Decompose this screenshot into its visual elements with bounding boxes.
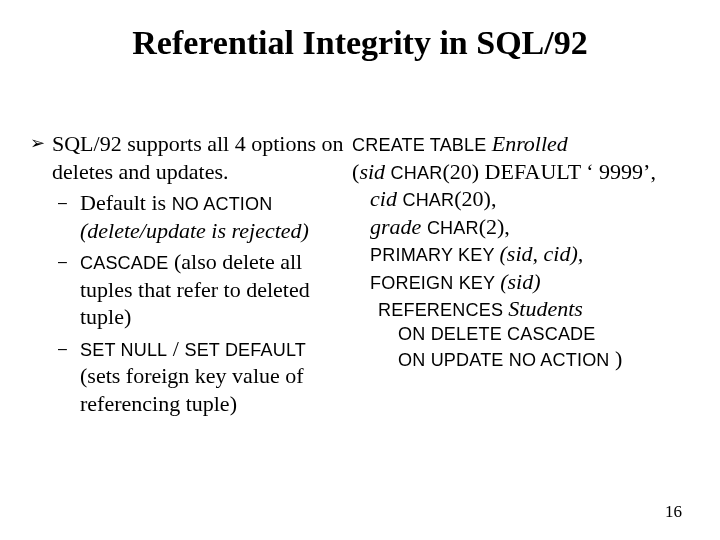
dash-icon: –	[58, 189, 80, 213]
sub-bullet-3: – SET NULL / SET DEFAULT (sets foreign k…	[58, 335, 348, 418]
sub-bullet-1-text: Default is NO ACTION (delete/update is r…	[80, 189, 348, 244]
create-table-kw: CREATE TABLE	[352, 135, 492, 155]
sub-bullet-2: – CASCADE (also delete all tuples that r…	[58, 248, 348, 331]
table-name: Enrolled	[492, 131, 568, 156]
sub-bullets: – Default is NO ACTION (delete/update is…	[58, 189, 348, 417]
b1-kw: NO ACTION	[172, 194, 273, 214]
sql-line-4: grade CHAR(2),	[352, 213, 690, 241]
sql-line-7: REFERENCES Students	[352, 295, 690, 323]
b3-kw2: SET DEFAULT	[184, 340, 306, 360]
pk-kw: PRIMARY KEY	[370, 245, 499, 265]
bullet-main-text: SQL/92 supports all 4 options on deletes…	[52, 130, 348, 185]
sql-line-6: FOREIGN KEY (sid)	[352, 268, 690, 296]
sql-line-3: cid CHAR(20),	[352, 185, 690, 213]
slide-title: Referential Integrity in SQL/92	[0, 24, 720, 62]
slide: Referential Integrity in SQL/92 ➢ SQL/92…	[0, 0, 720, 540]
fk-col: (sid)	[500, 269, 540, 294]
two-column-layout: ➢ SQL/92 supports all 4 options on delet…	[30, 130, 690, 417]
sql-line-5: PRIMARY KEY (sid, cid),	[352, 240, 690, 268]
l2-kw: CHAR	[391, 163, 443, 183]
arrow-icon: ➢	[30, 130, 52, 155]
right-column: CREATE TABLE Enrolled (sid CHAR(20) DEFA…	[348, 130, 690, 373]
sub-bullet-3-text: SET NULL / SET DEFAULT (sets foreign key…	[80, 335, 348, 418]
l3-kw: CHAR	[402, 190, 454, 210]
slide-body: ➢ SQL/92 supports all 4 options on delet…	[30, 130, 690, 417]
l4-kw: CHAR	[427, 218, 479, 238]
col-cid: cid	[370, 186, 402, 211]
b1-pre: Default is	[80, 190, 172, 215]
close-paren: )	[610, 346, 623, 371]
l4-post: (2),	[479, 214, 510, 239]
sql-line-9: ON UPDATE NO ACTION )	[352, 345, 690, 373]
sql-line-8: ON DELETE CASCADE	[352, 323, 690, 346]
ref-kw: REFERENCES	[378, 300, 508, 320]
pk-cols: (sid, cid),	[500, 241, 584, 266]
b3-post: (sets foreign key value of referencing t…	[80, 363, 304, 416]
on-update: ON UPDATE NO ACTION	[398, 350, 609, 370]
sql-line-1: CREATE TABLE Enrolled	[352, 130, 690, 158]
b3-kw1: SET NULL	[80, 340, 167, 360]
dash-icon: –	[58, 335, 80, 359]
sub-bullet-2-text: CASCADE (also delete all tuples that ref…	[80, 248, 348, 331]
sub-bullet-1: – Default is NO ACTION (delete/update is…	[58, 189, 348, 244]
ref-table: Students	[508, 296, 583, 321]
left-column: ➢ SQL/92 supports all 4 options on delet…	[30, 130, 348, 417]
page-number: 16	[665, 502, 682, 522]
col-sid: sid	[359, 159, 390, 184]
sql-line-2: (sid CHAR(20) DEFAULT ‘ 9999’,	[352, 158, 690, 186]
bullet-main: ➢ SQL/92 supports all 4 options on delet…	[30, 130, 348, 185]
l2-post: (20) DEFAULT ‘ 9999’,	[442, 159, 655, 184]
b2-kw: CASCADE	[80, 253, 168, 273]
col-grade: grade	[370, 214, 427, 239]
dash-icon: –	[58, 248, 80, 272]
fk-kw: FOREIGN KEY	[370, 273, 500, 293]
l3-post: (20),	[454, 186, 496, 211]
b1-post: (delete/update is rejected)	[80, 218, 309, 243]
b3-sep: /	[167, 336, 184, 361]
